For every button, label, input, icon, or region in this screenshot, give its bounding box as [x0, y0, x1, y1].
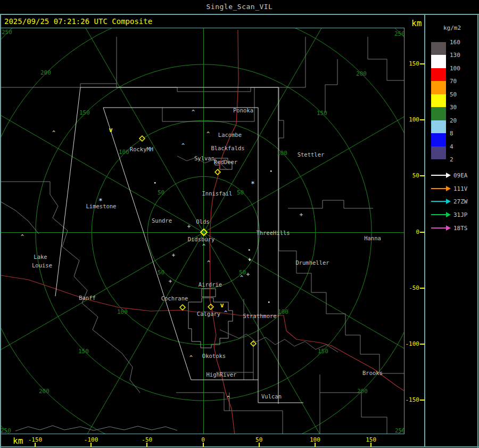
legend-value-label: 4: [450, 143, 453, 150]
bottom-axis-tickmark: [315, 443, 316, 447]
town-plus-marker: [172, 254, 175, 257]
right-axis-tickmark: [420, 288, 425, 289]
bottom-axis-tickmark: [203, 443, 204, 447]
city-label: HighRiver: [207, 371, 237, 378]
city-label: Blackfalds: [211, 145, 244, 151]
legend-color-swatch: [431, 133, 446, 146]
ring-distance-label: 100: [117, 308, 128, 315]
city-label: Cochrane: [161, 295, 188, 302]
right-axis-tick-label: -150: [398, 396, 419, 403]
county-boundary: [50, 194, 140, 393]
radar-map-svg: 5010015020025050100150200250501001502002…: [1, 28, 404, 434]
county-boundary: [288, 200, 373, 208]
legend-color-swatch: [431, 42, 446, 55]
peak-caret-marker: ^: [192, 109, 195, 115]
site-arrow-head: [446, 212, 451, 217]
town-dot-marker: [268, 302, 270, 303]
peak-caret-marker: ^: [52, 130, 55, 136]
legend-value-label: 2: [450, 156, 453, 163]
site-id-label: 27ZW: [453, 198, 468, 205]
city-label: Ponoka: [233, 107, 253, 113]
city-label: Sylvan: [194, 155, 214, 161]
right-axis-tickmark: [420, 344, 425, 345]
legend-value-label: 20: [450, 117, 457, 124]
town-dot-marker: [249, 259, 251, 261]
bottom-axis-tickmark: [146, 443, 147, 447]
site-arrow-head: [446, 199, 451, 204]
city-label: Olds: [196, 218, 209, 225]
city-label: Lake: [34, 254, 47, 260]
radial-spoke: [204, 233, 404, 373]
radar-site-diamond: [180, 305, 185, 310]
ring-distance-label: 150: [317, 110, 327, 117]
ring-distance-label: 50: [237, 189, 244, 196]
window-border-bottom: [0, 446, 479, 447]
county-boundary: [325, 59, 337, 112]
legend-color-swatch: [431, 55, 446, 68]
bottom-axis-tickmark: [35, 443, 36, 447]
site-id-label: 111V: [453, 185, 468, 192]
radial-spoke: [1, 93, 203, 233]
town-dot-marker: [249, 249, 250, 251]
site-arrow-shaft: [431, 175, 447, 176]
town-plus-marker: [187, 225, 191, 228]
storm-v-marker: v: [109, 126, 112, 134]
right-axis-tick-label: -100: [398, 340, 419, 347]
right-axis-tick-label: 50: [398, 172, 419, 179]
legend-unit-label: kg/m2: [443, 25, 461, 31]
scan-timestamp: 2025/09/25 07:21:26 UTC Composite: [4, 17, 152, 26]
window-border-right: [477, 14, 478, 448]
site-id-label: 18TS: [453, 225, 468, 232]
city-label: Didsbury: [188, 236, 215, 242]
right-axis-tick-label: 0: [398, 229, 419, 235]
legend-value-label: 30: [450, 104, 457, 111]
city-label: RedDeer: [214, 159, 237, 165]
city-label: Strathmore: [243, 313, 276, 319]
ring-distance-label: 250: [2, 29, 12, 36]
ring-distance-label: 100: [277, 150, 287, 157]
legend-color-swatch: [431, 146, 446, 160]
city-label: Louise: [32, 262, 52, 268]
county-boundary: [162, 87, 254, 121]
ring-distance-label: 150: [318, 348, 328, 355]
title-bar: Single_Scan_VIL: [0, 0, 479, 13]
site-id-label: 09EA: [453, 172, 468, 179]
map-layer: 5010015020025050100150200250501001502002…: [1, 28, 404, 434]
site-arrow-head: [446, 186, 451, 191]
right-axis-tick-label: 150: [398, 60, 419, 67]
town-plus-marker: [300, 213, 303, 216]
city-label: Calgary: [197, 311, 220, 317]
city-label: RockyMH: [130, 146, 153, 152]
county-boundary: [15, 426, 177, 431]
radar-site-diamond: [215, 169, 220, 175]
legend-value-label: 50: [450, 91, 457, 97]
peak-caret-marker: ^: [227, 395, 230, 401]
right-axis-tickmark: [420, 175, 425, 176]
legend-color-swatch: [431, 94, 446, 108]
site-arrow-shaft: [431, 188, 447, 189]
county-boundary: [279, 87, 284, 251]
star-marker: *: [98, 197, 103, 205]
city-label: Sundre: [152, 217, 172, 224]
ring-distance-label: 250: [395, 427, 404, 434]
peak-caret-marker: ^: [207, 131, 210, 137]
peak-caret-marker: ^: [224, 310, 227, 316]
city-outline: [188, 298, 233, 348]
city-label: Airdrie: [199, 281, 222, 288]
peak-caret-marker: ^: [202, 243, 205, 249]
ring-distance-label: 150: [79, 109, 90, 116]
city-label: Hanna: [364, 235, 381, 241]
legend-color-swatch: [431, 81, 446, 94]
peak-caret-marker: ^: [207, 260, 210, 266]
storm-v-marker: v: [220, 302, 224, 309]
site-arrow-shaft: [431, 201, 447, 202]
ring-distance-label: 100: [278, 308, 288, 315]
city-label: Brooks: [362, 370, 383, 376]
site-arrow-shaft: [431, 227, 447, 229]
peak-caret-marker: ^: [181, 143, 185, 149]
city-label: Drumheller: [295, 259, 329, 266]
legend-value-label: 8: [450, 130, 453, 137]
radar-map-canvas[interactable]: 5010015020025050100150200250501001502002…: [1, 28, 404, 434]
right-axis-tickmark: [420, 119, 425, 120]
right-axis-tick-label: 100: [398, 116, 419, 123]
